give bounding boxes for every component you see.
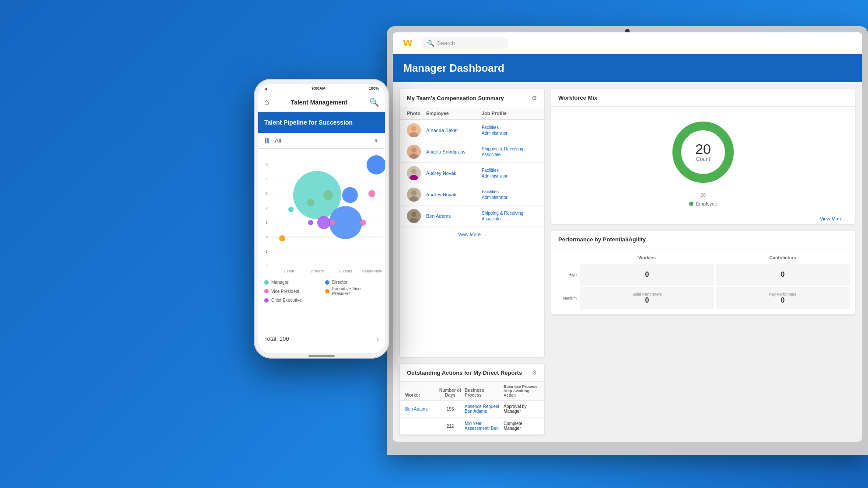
performance-panel-title: Performance by Potential/Agility xyxy=(558,236,646,243)
employee-name[interactable]: Ben Adams xyxy=(426,213,482,219)
legend-item-director: Director xyxy=(325,280,379,285)
compensation-panel-header: My Team's Compensation Summary ⚙ xyxy=(400,89,544,107)
employee-avatar xyxy=(407,188,421,202)
actions-header-days: Number of Days xyxy=(439,388,461,397)
svg-text:-1: -1 xyxy=(264,249,268,254)
svg-text:2 Years: 2 Years xyxy=(311,269,324,273)
employee-avatar xyxy=(407,166,421,180)
svg-point-4 xyxy=(411,147,416,153)
compensation-panel: My Team's Compensation Summary ⚙ Photo E… xyxy=(400,89,544,357)
phone-chart-area: 5 4 3 2 1 0 -1 -2 xyxy=(258,149,385,280)
phone-home-icon[interactable]: ⌂ xyxy=(264,98,269,107)
legend-item-ceo: Chief Executive xyxy=(264,298,318,303)
donut-label: Count xyxy=(695,156,711,162)
phone-device: ▲ 9:00AM 100% ⌂ Talent Management 🔍 Tale… xyxy=(254,79,389,359)
comp-row: Amanda Baker FacilitiesAdministrator xyxy=(400,120,544,141)
legend-label-vp: Vice President xyxy=(271,289,299,294)
legend-dot-ceo xyxy=(264,298,269,303)
svg-point-13 xyxy=(411,212,416,217)
compensation-view-more[interactable]: View More ... xyxy=(400,227,544,241)
phone-battery: 100% xyxy=(369,86,379,91)
svg-point-46 xyxy=(342,187,358,203)
legend-item-evp: Executive Vice President xyxy=(325,286,379,296)
phone-footer-chevron-icon[interactable]: › xyxy=(377,335,379,343)
svg-text:5: 5 xyxy=(266,163,268,167)
filter-label: All xyxy=(275,137,370,144)
search-icon: 🔍 xyxy=(427,40,434,47)
svg-text:4: 4 xyxy=(266,177,268,181)
donut-center: 20 Count xyxy=(695,142,711,162)
perf-col-contributors: Contributors xyxy=(716,254,850,262)
actions-header-bp: Business Process xyxy=(465,388,500,397)
legend-dot-manager xyxy=(264,280,269,285)
svg-text:Ready Now: Ready Now xyxy=(362,269,382,273)
comp-row: Ben Adams Shipping & ReceivingAssociate xyxy=(400,206,544,227)
employee-avatar xyxy=(407,145,421,159)
phone-section-title: Talent Pipeline for Succession xyxy=(264,119,353,126)
svg-point-40 xyxy=(279,235,285,241)
perf-cell-contributors: 0 xyxy=(716,264,850,286)
comp-row: Audrey Novak FacilitiesAdministrator xyxy=(400,163,544,184)
employee-avatar xyxy=(407,209,421,223)
search-bar[interactable]: 🔍 Search xyxy=(421,37,508,49)
actions-settings-icon[interactable]: ⚙ xyxy=(532,369,537,376)
compensation-settings-icon[interactable]: ⚙ xyxy=(532,94,537,101)
workforce-view-more[interactable]: View More ... xyxy=(551,213,855,224)
laptop-body: W 🔍 Search Manager Dashboard xyxy=(387,26,868,455)
svg-point-43 xyxy=(288,207,294,212)
comp-table-header: Photo Employee Job Profile xyxy=(400,107,544,120)
svg-point-48 xyxy=(368,190,375,197)
svg-point-49 xyxy=(360,220,366,226)
svg-point-1 xyxy=(411,126,416,131)
phone-footer[interactable]: Total: 100 › xyxy=(258,329,385,348)
comp-row: Angela Snodgrass Shipping & ReceivingAss… xyxy=(400,141,544,163)
legend-label-manager: Manager xyxy=(271,280,288,285)
employee-job: FacilitiesAdministrator xyxy=(482,167,537,179)
laptop-device: W 🔍 Search Manager Dashboard xyxy=(387,26,868,455)
employee-job: FacilitiesAdministrator xyxy=(482,125,537,136)
employee-name[interactable]: Angela Snodgrass xyxy=(426,149,482,154)
actions-header-worker: Worker xyxy=(405,393,436,397)
phone-filter-bar[interactable]: All ▼ xyxy=(258,133,385,149)
legend-dot-director xyxy=(325,280,329,285)
phone-navbar: ⌂ Talent Management 🔍 xyxy=(258,93,385,112)
workforce-x-value: 20 xyxy=(700,192,706,198)
actions-row: Ben Adams 193 Absence RequestBen Adams A… xyxy=(400,401,544,418)
svg-text:3 Years: 3 Years xyxy=(339,269,353,273)
phone-search-icon[interactable]: 🔍 xyxy=(369,98,379,107)
employee-avatar xyxy=(407,123,421,137)
workday-logo-letter: W xyxy=(403,38,413,48)
svg-point-45 xyxy=(367,155,385,174)
actions-panel: Outstanding Actions for My Direct Report… xyxy=(400,364,544,435)
perf-col-workers: Workers xyxy=(580,254,714,262)
comp-header-job: Job Profile xyxy=(482,111,537,116)
phone-home-indicator[interactable] xyxy=(308,355,335,357)
compensation-table: Photo Employee Job Profile xyxy=(400,107,544,227)
workforce-content: 20 Count 20 Employee xyxy=(551,107,855,213)
employee-job: Shipping & ReceivingAssociate xyxy=(482,146,537,157)
workday-logo: W xyxy=(400,35,416,51)
right-column: Workforce Mix 20 xyxy=(551,89,855,435)
perf-key-value: 0 xyxy=(781,296,785,304)
legend-dot-vp xyxy=(264,289,269,293)
phone-section-header: Talent Pipeline for Succession xyxy=(258,112,385,133)
performance-panel-header: Performance by Potential/Agility xyxy=(551,231,855,248)
performance-content: Workers Contributors High 0 0 xyxy=(551,248,855,314)
perf-cell-workers: 0 xyxy=(580,264,714,286)
phone-wifi-icon: ▲ xyxy=(264,86,268,91)
perf-cell-key: Key Performers 0 xyxy=(716,287,850,309)
employee-name[interactable]: Amanda Baker xyxy=(426,128,482,133)
employee-name[interactable]: Audrey Novak xyxy=(426,192,482,197)
workforce-legend: Employee xyxy=(689,201,718,206)
performance-grid: Workers Contributors High 0 0 xyxy=(556,254,850,309)
employee-name[interactable]: Audrey Novak xyxy=(426,171,482,176)
svg-text:1: 1 xyxy=(266,220,268,225)
actions-panel-header: Outstanding Actions for My Direct Report… xyxy=(400,364,544,382)
actions-worker-name[interactable]: Ben Adams xyxy=(405,407,436,411)
phone-total-label: Total: 100 xyxy=(264,335,289,342)
phone-nav-title: Talent Management xyxy=(291,99,348,106)
dashboard-header: Manager Dashboard xyxy=(393,54,862,82)
dashboard-title: Manager Dashboard xyxy=(403,62,504,74)
perf-key-title: Key Performers xyxy=(769,292,797,296)
actions-days-value: 193 xyxy=(439,407,461,411)
